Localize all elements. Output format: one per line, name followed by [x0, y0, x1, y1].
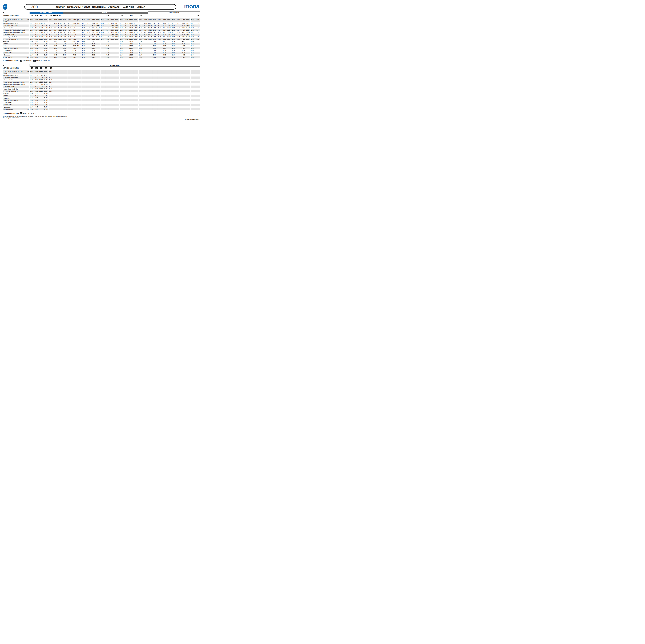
time-cell: [139, 92, 143, 95]
time-cell: 08.32: [153, 47, 157, 49]
time-cell: [124, 108, 129, 111]
time-cell: [157, 97, 162, 99]
station-row: - Adenauerring/Nordbrücke (Steig 6)18.24…: [3, 81, 200, 83]
time-cell: [176, 54, 181, 56]
time-cell: 00.25: [58, 31, 62, 33]
time-cell: [120, 70, 124, 74]
time-cell: [124, 92, 129, 95]
time-cell: [176, 47, 181, 49]
time-cell: 22.25: [134, 31, 139, 33]
time-cell: [181, 81, 186, 83]
time-cell: 22.25: [48, 83, 53, 86]
time-cell: 20.29: [39, 38, 44, 40]
time-cell: [48, 47, 53, 49]
time-cell: [77, 27, 81, 29]
time-cell: [124, 49, 129, 52]
time-cell: [58, 52, 62, 54]
time-cell: [195, 97, 200, 99]
time-cell: 21.20: [44, 70, 48, 74]
time-cell: 18.32: [29, 47, 34, 49]
time-cell: 16.54: [100, 29, 105, 31]
time-cell: [39, 92, 44, 95]
time-cell: 19.24: [34, 29, 39, 31]
time-cell: 10.25: [162, 31, 167, 33]
time-cell: [77, 49, 81, 52]
time-cell: [82, 94, 86, 97]
time-cell: 17.36: [105, 56, 110, 58]
time-cell: [100, 83, 105, 86]
time-cell: 09.29: [157, 38, 162, 40]
time-cell: [115, 47, 120, 49]
time-cell: 14.28: [82, 36, 86, 38]
time-cell: 14.55: [86, 31, 91, 33]
time-cell: 20.20: [39, 18, 44, 22]
hs-badge: HS: [197, 15, 199, 16]
time-cell: 20.27: [39, 85, 44, 88]
time-cell: 06.55: [67, 31, 72, 33]
station-row: - Rottachstr./Friedhof18.2319.2320.2321.…: [3, 79, 200, 81]
time-cell: [53, 74, 58, 77]
time-cell: [195, 43, 200, 45]
time-cell: [91, 79, 96, 81]
time-cell: [96, 88, 100, 90]
time-cell: 17.28: [195, 36, 200, 38]
time-cell: [67, 106, 72, 108]
time-cell: 10.30: [162, 40, 167, 43]
time-cell: [67, 104, 72, 106]
time-cell: [63, 70, 67, 74]
station-name: - Adenauerring/Nordbrücke (Steig 1): [3, 32, 25, 33]
station-label-cell: - Adenauerring/Nordbrücke (Steig 6): [3, 29, 29, 31]
time-cell: 15.35: [91, 54, 96, 56]
hinweis-marker-slot: HS: [139, 15, 143, 16]
time-cell: 22.22: [48, 76, 53, 79]
time-cell: [162, 81, 167, 83]
time-cell: [167, 108, 172, 111]
time-cell: 07.21: [72, 22, 77, 24]
time-cell: [167, 101, 172, 104]
time-cell: [176, 94, 181, 97]
time-cell: 08.20: [153, 18, 157, 22]
time-cell: [167, 94, 172, 97]
time-cell: [63, 88, 67, 90]
time-cell: 15.25: [186, 31, 191, 33]
time-cell: [148, 70, 153, 74]
time-cell: [110, 40, 115, 43]
time-cell: [86, 92, 91, 95]
time-cell: [124, 56, 129, 58]
time-cell: 20.20: [39, 70, 44, 74]
time-cell: [167, 45, 172, 47]
time-cell: 19.35: [34, 106, 39, 108]
time-cell: 15.58: [96, 36, 100, 38]
time-cell: [77, 94, 81, 97]
time-cell: 18.20: [115, 18, 120, 22]
time-cell: 19.25: [120, 31, 124, 33]
station-name: - Memminger Str./Breite: [3, 36, 18, 38]
time-cell: 22.20: [134, 18, 139, 22]
time-cell: [157, 106, 162, 108]
time-cell: 14.32: [82, 49, 86, 52]
time-cell: 17.32: [105, 47, 110, 49]
station-row: - Residenz/Pfeilergraben18.2119.2120.212…: [3, 74, 200, 77]
time-cell: 10.32: [162, 47, 167, 49]
hinweis-label: VERKEHRSHINWEIS: [3, 15, 19, 16]
time-cell: [139, 74, 143, 77]
time-cell: 21.32: [129, 45, 134, 47]
time-cell: [143, 106, 148, 108]
time-cell: 21.27: [44, 33, 48, 36]
hs-badge: HS: [106, 15, 109, 16]
time-cell: [86, 49, 91, 52]
time-cell: 20.23: [39, 27, 44, 29]
time-cell: [195, 83, 200, 86]
time-cell: 23.30: [53, 40, 58, 43]
time-cell: [186, 49, 191, 52]
time-cell: [134, 70, 139, 74]
time-cell: [96, 70, 100, 74]
time-cell: [162, 104, 167, 106]
hinweis-marker-slot: HS: [34, 15, 39, 16]
time-cell: [67, 40, 72, 43]
time-cell: [148, 76, 153, 79]
time-cell: [115, 54, 120, 56]
time-cell: 21.35: [129, 54, 134, 56]
time-cell: 16.21: [191, 22, 195, 24]
time-cell: 22.29: [48, 90, 53, 92]
